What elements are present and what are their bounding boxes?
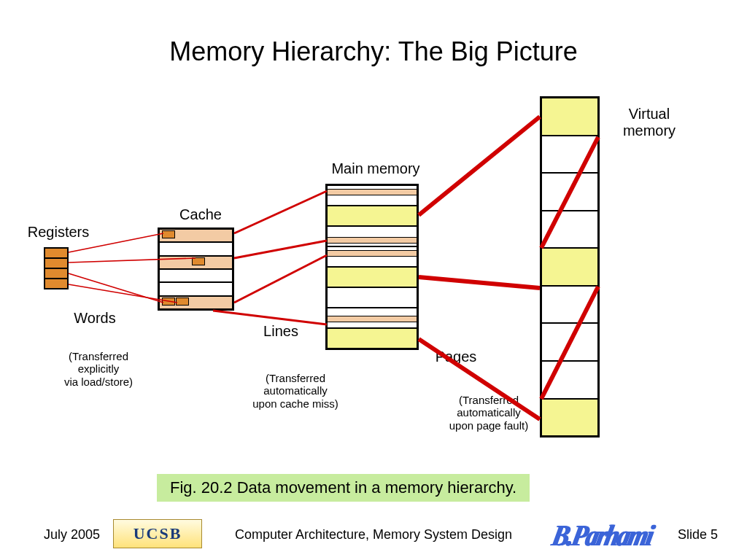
register-cell	[45, 249, 67, 257]
registers-block	[44, 247, 69, 289]
register-cell	[45, 268, 67, 278]
label-cache: Cache	[157, 206, 244, 223]
cache-line	[160, 241, 232, 254]
footer-slide-number: Slide 5	[678, 527, 718, 542]
virtual-page	[542, 398, 597, 436]
cache-word-icon	[162, 298, 175, 306]
page-line-icon	[328, 250, 417, 257]
virtual-page	[542, 360, 597, 398]
cache-line	[160, 268, 232, 281]
virtual-page	[542, 98, 597, 135]
main-memory-block	[325, 184, 419, 350]
register-cell	[45, 257, 67, 268]
page-line-icon	[328, 237, 417, 244]
unit-lines: Lines	[248, 323, 314, 340]
note-page-fault: (Transferred automatically upon page fau…	[423, 394, 554, 432]
virtual-page	[542, 135, 597, 173]
svg-line-5	[234, 241, 327, 258]
unit-pages: Pages	[423, 349, 489, 365]
virtual-page	[542, 172, 597, 210]
note-cache-miss: (Transferred automatically upon cache mi…	[233, 372, 357, 410]
slide-title: Memory Hierarchy: The Big Picture	[0, 36, 747, 67]
main-page	[328, 327, 417, 348]
slide-footer: July 2005 UCSB Computer Architecture, Me…	[0, 519, 747, 548]
label-virtual: Virtual memory	[605, 106, 693, 139]
main-page	[328, 246, 417, 266]
register-cell	[45, 278, 67, 288]
cache-word-icon	[176, 298, 189, 306]
cache-block	[158, 228, 234, 311]
virtual-page	[542, 210, 597, 248]
main-page	[328, 205, 417, 225]
svg-line-4	[234, 191, 327, 233]
cache-line	[160, 281, 232, 295]
main-page	[328, 307, 417, 327]
main-page	[328, 266, 417, 287]
cache-word-icon	[162, 230, 175, 238]
virtual-page	[542, 285, 597, 323]
cache-line	[160, 295, 232, 308]
main-page	[328, 225, 417, 246]
svg-line-9	[419, 277, 540, 288]
label-registers: Registers	[15, 224, 102, 241]
page-line-icon	[328, 189, 417, 195]
label-main: Main memory	[314, 160, 438, 177]
svg-line-2	[69, 273, 163, 303]
page-line-icon	[328, 316, 417, 322]
cache-line	[160, 255, 232, 268]
virtual-page	[542, 247, 597, 285]
virtual-page	[542, 322, 597, 360]
svg-line-6	[234, 255, 327, 303]
main-page	[328, 287, 417, 307]
main-page	[328, 186, 417, 205]
virtual-memory-block	[540, 96, 600, 438]
unit-words: Words	[62, 310, 128, 327]
note-load-store: (Transferred explicitly via load/store)	[44, 350, 153, 388]
author-wordart-icon: B.Parhami	[549, 519, 656, 553]
figure-caption: Fig. 20.2 Data movement in a memory hier…	[157, 474, 530, 502]
cache-word-icon	[192, 257, 205, 265]
cache-line	[160, 230, 232, 241]
